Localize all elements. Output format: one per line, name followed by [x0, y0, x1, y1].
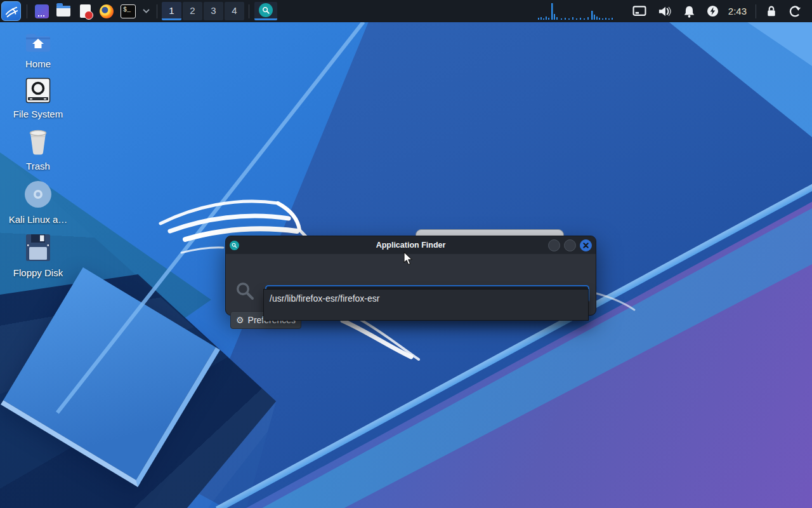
panel-separator	[756, 4, 756, 18]
window-title: Application Finder	[226, 241, 596, 250]
desktop-icon-trash[interactable]: Trash	[8, 128, 69, 171]
launcher-terminal[interactable]: $_	[120, 2, 136, 21]
workspace-4[interactable]: 4	[225, 2, 244, 20]
launcher-text-editor[interactable]	[77, 2, 93, 21]
optical-disc-icon	[23, 180, 53, 209]
panel-separator	[157, 4, 157, 18]
workspace-2-label: 2	[190, 5, 195, 16]
desktop-icon-filesystem[interactable]: File System	[8, 77, 69, 119]
launcher-desktop-settings[interactable]	[34, 2, 50, 21]
workspace-4-label: 4	[232, 5, 237, 16]
minimize-button[interactable]	[548, 239, 560, 251]
panel-left-section: $_ 1 2 3 4	[0, 0, 278, 22]
desktop-icon-home[interactable]: Home	[8, 32, 69, 69]
launcher-firefox[interactable]	[98, 2, 115, 21]
desktop-icon-floppy[interactable]: Floppy Disk	[8, 233, 69, 278]
autocomplete-popup: /usr/lib/firefox-esr/firefox-esr	[263, 289, 589, 321]
desktop-settings-icon	[35, 4, 49, 18]
workspace-3[interactable]: 3	[204, 2, 223, 20]
workspace-1-label: 1	[169, 5, 174, 16]
display-tray-icon[interactable]	[632, 6, 646, 17]
logout-icon[interactable]	[789, 5, 801, 18]
top-panel: $_ 1 2 3 4	[0, 0, 812, 22]
application-finder-icon	[259, 3, 273, 17]
desktop: $_ 1 2 3 4	[0, 0, 812, 508]
panel-right-section: 2:43	[537, 0, 812, 22]
firefox-icon	[100, 4, 114, 18]
close-icon	[583, 243, 589, 248]
gear-icon: ⚙	[236, 315, 244, 325]
terminal-dropdown[interactable]	[141, 2, 150, 21]
volume-icon[interactable]	[658, 5, 672, 18]
chevron-down-icon	[143, 9, 150, 13]
desktop-icon-label: Home	[25, 58, 51, 69]
launcher-file-manager[interactable]	[55, 2, 72, 21]
desktop-icon-list: Home File System Trash	[8, 32, 69, 286]
terminal-prompt-glyph: $_	[123, 7, 131, 13]
search-icon	[236, 282, 255, 301]
workspace-switcher: 1 2 3 4	[161, 0, 245, 22]
desktop-icon-label: File System	[13, 109, 63, 119]
desktop-icon-label: Floppy Disk	[13, 267, 63, 278]
clock[interactable]: 2:43	[728, 6, 747, 17]
floppy-disk-icon	[25, 233, 51, 262]
autocomplete-result[interactable]: /usr/lib/firefox-esr/firefox-esr	[264, 290, 588, 307]
panel-separator	[27, 4, 27, 18]
notifications-bell-icon[interactable]	[683, 5, 695, 18]
home-folder-icon	[25, 32, 51, 53]
window-controls	[548, 239, 592, 251]
workspace-1[interactable]: 1	[162, 2, 181, 20]
power-manager-icon[interactable]	[707, 5, 719, 17]
desktop-icon-kali-cd[interactable]: Kali Linux a…	[8, 180, 69, 225]
desktop-icon-label: Trash	[26, 161, 50, 171]
workspace-3-label: 3	[211, 5, 216, 16]
kali-logo-icon	[4, 4, 18, 18]
filesystem-drive-icon	[25, 77, 51, 104]
trash-icon	[25, 128, 51, 156]
text-editor-icon	[80, 4, 91, 18]
maximize-button[interactable]	[564, 239, 576, 251]
panel-separator	[249, 4, 249, 18]
close-button[interactable]	[580, 239, 592, 251]
file-manager-icon	[56, 6, 70, 17]
desktop-icon-label: Kali Linux a…	[9, 214, 68, 225]
mouse-cursor	[403, 251, 414, 265]
lock-screen-icon[interactable]	[766, 5, 777, 18]
terminal-icon: $_	[121, 4, 136, 18]
workspace-2[interactable]: 2	[183, 2, 202, 20]
cpu-graph-icon[interactable]	[537, 3, 620, 20]
applications-menu-button[interactable]	[1, 1, 21, 21]
taskbar-item-application-finder[interactable]	[254, 2, 277, 20]
